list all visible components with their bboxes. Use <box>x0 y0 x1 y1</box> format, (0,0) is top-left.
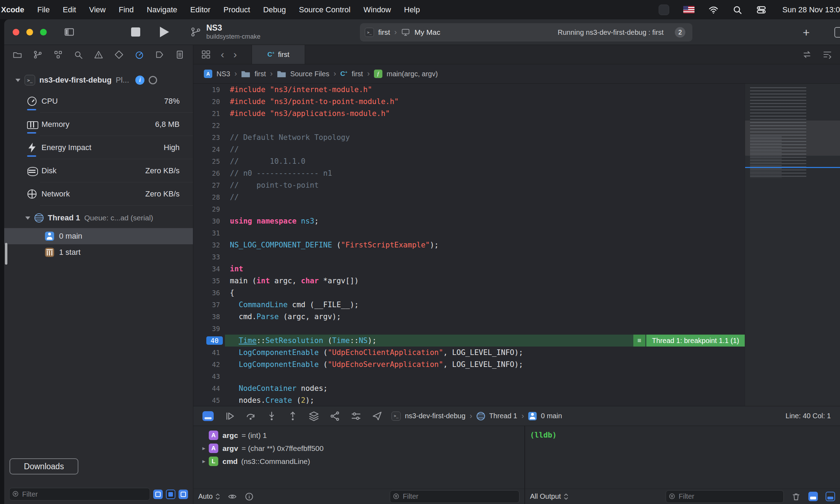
variable-row-cmd[interactable]: ▸Lcmd(ns3::CommandLine) <box>193 455 524 468</box>
console-filter-input[interactable] <box>679 492 783 500</box>
line-number[interactable]: 31 <box>193 227 225 239</box>
wifi-icon[interactable] <box>709 5 718 15</box>
stop-button[interactable] <box>131 27 140 37</box>
code-area[interactable]: 19#include "ns3/internet-module.h"20#inc… <box>193 84 745 406</box>
code-line-38[interactable]: 38 cmd.Parse (argc, argv); <box>193 311 745 323</box>
line-number[interactable]: 44 <box>193 382 225 394</box>
code-line-35[interactable]: 35main (int argc, char *argv[]) <box>193 275 745 287</box>
console-scope-select[interactable]: All Output <box>530 492 568 500</box>
variable-row-argv[interactable]: ▸Aargv= (char **) 0x7ffeefbff500 <box>193 442 524 455</box>
line-number[interactable]: 33 <box>193 251 225 263</box>
close-window-button[interactable] <box>13 29 19 35</box>
tab-first[interactable]: C+ first <box>252 45 305 64</box>
code-line-23[interactable]: 23// Default Network Topology <box>193 131 745 143</box>
gauge-row-cpu[interactable]: CPU78% <box>4 90 193 113</box>
test-navigator-icon[interactable] <box>114 50 124 59</box>
add-editor-button[interactable] <box>803 26 810 39</box>
menu-clock[interactable]: Sun 28 Nov 13:0 <box>782 5 840 14</box>
line-number[interactable]: 36 <box>193 287 225 299</box>
breadcrumb-process[interactable]: ns3-dev-first-debug <box>405 412 465 420</box>
code-line-39[interactable]: 39 <box>193 323 745 335</box>
line-number[interactable]: 25 <box>193 155 225 167</box>
code-line-21[interactable]: 21#include "ns3/applications-module.h" <box>193 108 745 119</box>
stack-frame-start[interactable]: 1 start <box>4 244 193 260</box>
menu-item-window[interactable]: Window <box>363 5 391 14</box>
line-number[interactable]: 21 <box>193 108 225 119</box>
thread-row[interactable]: Thread 1 Queue: c...ad (serial) <box>4 209 193 227</box>
debug-view-hierarchy-icon[interactable] <box>309 411 319 421</box>
app-menu[interactable]: Xcode <box>1 5 24 14</box>
code-line-40[interactable]: 40 Time::SetResolution (Time::NS);Thread… <box>193 335 745 347</box>
minimize-window-button[interactable] <box>26 29 33 35</box>
variables-filter-field[interactable] <box>390 490 519 503</box>
line-number[interactable]: 20 <box>193 96 225 108</box>
code-line-19[interactable]: 19#include "ns3/internet-module.h" <box>193 84 745 96</box>
breadcrumb-function[interactable]: main(argc, argv) <box>387 70 438 78</box>
menu-extra-icon[interactable] <box>659 5 669 15</box>
disclosure-triangle-icon[interactable]: ▸ <box>199 445 209 452</box>
code-line-30[interactable]: 30using namespace ns3; <box>193 215 745 227</box>
code-line-41[interactable]: 41 LogComponentEnable ("UdpEchoClientApp… <box>193 347 745 358</box>
spotlight-search-icon[interactable] <box>732 5 742 15</box>
trash-icon[interactable] <box>791 492 801 501</box>
filter-scope-button-3[interactable] <box>179 490 188 499</box>
environment-overrides-icon[interactable] <box>351 411 361 421</box>
code-line-31[interactable]: 31 <box>193 227 745 239</box>
line-number[interactable]: 22 <box>193 119 225 131</box>
line-number[interactable]: 32 <box>193 239 225 251</box>
code-line-34[interactable]: 34int <box>193 263 745 275</box>
step-out-icon[interactable] <box>287 411 298 421</box>
code-line-26[interactable]: 26// n0 -------------- n1 <box>193 167 745 179</box>
line-number[interactable]: 45 <box>193 394 225 406</box>
minimap[interactable] <box>745 84 840 406</box>
menu-item-debug[interactable]: Debug <box>263 5 286 14</box>
variables-filter-input[interactable] <box>403 492 519 500</box>
menu-item-navigate[interactable]: Navigate <box>147 5 177 14</box>
symbol-navigator-icon[interactable] <box>53 50 63 59</box>
line-number[interactable]: 41 <box>193 347 225 358</box>
gauge-row-energy[interactable]: Energy ImpactHigh <box>4 136 193 159</box>
code-line-22[interactable]: 22 <box>193 119 745 131</box>
eye-icon[interactable] <box>228 492 237 501</box>
debug-navigator-icon[interactable] <box>135 50 144 59</box>
debug-memory-graph-icon[interactable] <box>330 411 340 421</box>
editor-grid-icon[interactable] <box>201 50 211 59</box>
continue-icon[interactable] <box>224 411 235 421</box>
line-number[interactable]: 38 <box>193 311 225 323</box>
scheme-and-activity[interactable]: first My Mac Running ns3-dev-first-debug… <box>360 23 692 41</box>
menu-item-find[interactable]: Find <box>119 5 134 14</box>
info-circle-icon[interactable] <box>245 492 254 501</box>
annotation-menu-icon[interactable] <box>633 335 645 347</box>
code-line-44[interactable]: 44 NodeContainer nodes; <box>193 382 745 394</box>
line-number[interactable]: 43 <box>193 370 225 382</box>
code-line-42[interactable]: 42 LogComponentEnable ("UdpEchoServerApp… <box>193 358 745 370</box>
issue-navigator-icon[interactable] <box>94 50 103 59</box>
variables-scope-select[interactable]: Auto <box>198 492 220 500</box>
menu-item-edit[interactable]: Edit <box>63 5 76 14</box>
scrollbar-thumb[interactable] <box>5 243 7 265</box>
disclosure-triangle-icon[interactable] <box>25 217 30 220</box>
line-number[interactable]: 27 <box>193 179 225 191</box>
line-number[interactable]: 24 <box>193 143 225 155</box>
source-control-navigator-icon[interactable] <box>33 50 43 59</box>
minimap-viewport[interactable] <box>745 121 840 156</box>
sidebar-toggle-icon[interactable] <box>64 26 75 38</box>
downloads-button[interactable]: Downloads <box>9 458 78 474</box>
code-line-29[interactable]: 29 <box>193 203 745 215</box>
library-button[interactable] <box>834 27 840 38</box>
disclosure-triangle-icon[interactable]: ▸ <box>199 458 209 465</box>
gauge-row-disk[interactable]: DiskZero KB/s <box>4 159 193 182</box>
scheme-name[interactable]: first <box>378 28 390 37</box>
code-line-27[interactable]: 27// point-to-point <box>193 179 745 191</box>
menu-item-view[interactable]: View <box>89 5 105 14</box>
breakpoint-annotation[interactable]: Thread 1: breakpoint 1.1 (1) <box>633 335 745 347</box>
filter-scope-button-1[interactable] <box>153 490 163 499</box>
line-number[interactable]: 26 <box>193 167 225 179</box>
breakpoint-navigator-icon[interactable] <box>155 50 164 59</box>
line-number[interactable]: 35 <box>193 275 225 287</box>
line-number[interactable]: 29 <box>193 203 225 215</box>
destination-name[interactable]: My Mac <box>414 28 440 37</box>
editor-options-icon[interactable] <box>822 50 832 59</box>
step-over-icon[interactable] <box>245 411 256 421</box>
code-line-36[interactable]: 36{ <box>193 287 745 299</box>
